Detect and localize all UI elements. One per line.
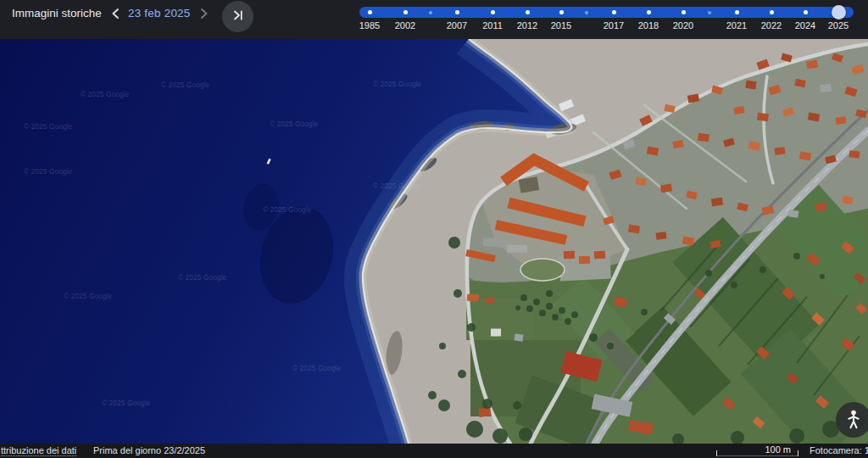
historical-imagery-toolbar: Immagini storiche 23 feb 2025 bbox=[0, 0, 868, 39]
svg-text:© 2025 Google: © 2025 Google bbox=[64, 292, 113, 300]
timeline-dot[interactable] bbox=[770, 10, 774, 14]
timeline-year-label[interactable]: 2015 bbox=[542, 20, 580, 31]
timeline-year-label[interactable]: 2012 bbox=[509, 20, 546, 31]
svg-text:© 2025 Google: © 2025 Google bbox=[102, 399, 151, 407]
timeline-year-label[interactable]: 2017 bbox=[595, 20, 632, 31]
timeline-dot[interactable] bbox=[682, 10, 686, 14]
timeline-dot[interactable] bbox=[526, 10, 530, 14]
satellite-imagery: © 2025 Google © 2025 Google © 2025 Googl… bbox=[0, 39, 868, 444]
timeline-year-label[interactable]: 2018 bbox=[630, 20, 667, 31]
map-scale-bar: 100 m bbox=[716, 444, 798, 457]
svg-text:© 2025 Google: © 2025 Google bbox=[81, 90, 130, 98]
camera-altitude-label: Fotocamera: 1 bbox=[810, 445, 868, 455]
timeline-track[interactable] bbox=[359, 7, 854, 18]
timeline-dot[interactable] bbox=[491, 10, 495, 14]
svg-text:© 2025 Google: © 2025 Google bbox=[24, 167, 73, 176]
timeline-year-label[interactable]: 2011 bbox=[474, 20, 511, 31]
satellite-map-canvas[interactable]: © 2025 Google © 2025 Google © 2025 Googl… bbox=[0, 39, 868, 444]
timeline-dot[interactable] bbox=[735, 10, 739, 14]
scale-label: 100 m bbox=[765, 444, 791, 455]
timeline-year-label[interactable]: 2022 bbox=[753, 20, 790, 31]
timeline-dot[interactable] bbox=[455, 10, 459, 14]
previous-date-button[interactable] bbox=[108, 6, 123, 21]
timeline-dot[interactable] bbox=[804, 10, 808, 14]
timeline-year-label[interactable]: 2024 bbox=[787, 20, 824, 31]
svg-text:© 2025 Google: © 2025 Google bbox=[24, 122, 73, 131]
google-earth-historical-imagery-app: Immagini storiche 23 feb 2025 bbox=[0, 0, 868, 458]
timeline-dot[interactable] bbox=[647, 10, 651, 14]
status-bar: ttribuzione dei dati Prima del giorno 23… bbox=[0, 444, 868, 458]
pegman-icon bbox=[844, 409, 863, 431]
data-attribution-link[interactable]: ttribuzione dei dati bbox=[1, 445, 76, 456]
svg-text:© 2025 Google: © 2025 Google bbox=[270, 120, 319, 128]
chevron-right-icon bbox=[199, 8, 209, 20]
svg-text:© 2025 Google: © 2025 Google bbox=[373, 182, 422, 190]
timeline-dot[interactable] bbox=[559, 10, 564, 14]
skip-to-latest-button[interactable] bbox=[222, 1, 253, 32]
timeline-handle[interactable] bbox=[832, 5, 846, 20]
svg-text:© 2025 Google: © 2025 Google bbox=[263, 205, 312, 214]
imagery-timeline-slider: 1985 2002 2007 2011 2012 2015 2017 2018 … bbox=[349, 0, 858, 39]
pegman-button[interactable] bbox=[836, 402, 868, 438]
timeline-dot[interactable] bbox=[612, 10, 616, 14]
timeline-year-label[interactable]: 2021 bbox=[718, 20, 755, 31]
svg-text:© 2025 Google: © 2025 Google bbox=[161, 81, 210, 89]
scale-line bbox=[716, 455, 798, 456]
timeline-dot-minor[interactable] bbox=[429, 11, 432, 14]
timeline-dot-minor[interactable] bbox=[585, 11, 588, 14]
chevron-left-icon bbox=[110, 8, 120, 20]
svg-text:© 2025 Google: © 2025 Google bbox=[178, 273, 227, 282]
next-date-button[interactable] bbox=[197, 6, 212, 21]
timeline-dot[interactable] bbox=[403, 10, 408, 14]
timeline-year-label[interactable]: 1985 bbox=[351, 20, 388, 31]
timeline-year-label[interactable]: 2020 bbox=[665, 20, 702, 31]
timeline-dot[interactable] bbox=[368, 10, 372, 14]
timeline-dot-minor[interactable] bbox=[708, 11, 711, 14]
svg-text:© 2025 Google: © 2025 Google bbox=[373, 80, 422, 88]
timeline-year-label[interactable]: 2007 bbox=[438, 20, 476, 31]
svg-text:© 2025 Google: © 2025 Google bbox=[292, 364, 342, 372]
current-imagery-date: 23 feb 2025 bbox=[128, 7, 191, 20]
imagery-date-info: Prima del giorno 23/2/2025 bbox=[93, 445, 205, 455]
skip-to-latest-icon bbox=[231, 8, 245, 25]
timeline-year-label[interactable]: 2002 bbox=[387, 20, 424, 31]
timeline-year-label[interactable]: 2025 bbox=[820, 20, 857, 31]
panel-title: Immagini storiche bbox=[12, 7, 102, 20]
